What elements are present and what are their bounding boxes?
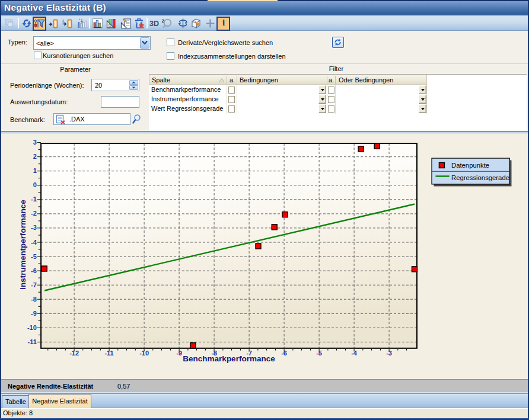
svg-text:-10: -10 [139,350,149,357]
svg-text:Benchmarkperformance: Benchmarkperformance [183,354,275,363]
svg-text:-9: -9 [31,310,37,317]
svg-text:-2: -2 [31,210,37,217]
svg-text:-8: -8 [31,296,37,303]
svg-text:-5: -5 [316,350,322,357]
svg-text:3: 3 [33,139,37,146]
svg-text:Datenpunkte: Datenpunkte [451,162,489,169]
svg-text:-7: -7 [31,281,37,288]
svg-text:-12: -12 [69,350,79,357]
svg-text:0: 0 [33,181,37,188]
svg-text:Regressionsgerade: Regressionsgerade [451,174,509,181]
svg-text:-6: -6 [281,350,287,357]
svg-text:1: 1 [33,167,37,174]
svg-text:-11: -11 [28,338,37,345]
svg-text:-9: -9 [176,350,182,357]
svg-text:2: 2 [33,153,37,160]
svg-text:-4: -4 [31,239,37,246]
svg-text:-3: -3 [31,224,37,231]
svg-text:Instrumentperformance: Instrumentperformance [18,200,27,290]
svg-text:-1: -1 [31,195,37,203]
svg-text:-5: -5 [31,253,37,260]
svg-text:-6: -6 [31,267,37,274]
svg-text:-4: -4 [351,350,358,357]
svg-text:-11: -11 [104,350,113,357]
svg-text:-3: -3 [386,350,392,357]
svg-text:-10: -10 [27,324,37,331]
